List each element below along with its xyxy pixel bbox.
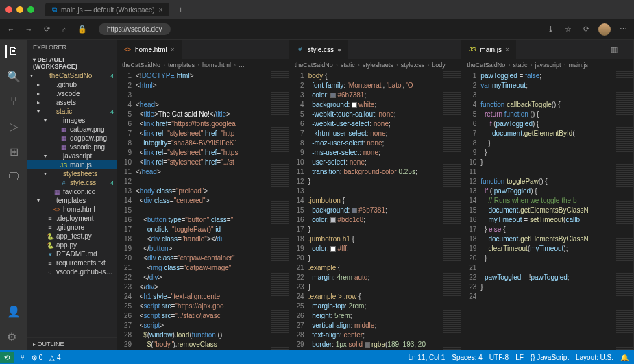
status-errors[interactable]: ⊗ 0 (32, 354, 42, 361)
tree-item[interactable]: 🐍app.py (27, 241, 117, 250)
tree-item[interactable]: #style.css4 (27, 178, 117, 187)
code-editor[interactable]: 1234567891011121314151617181920212223242… (289, 71, 461, 350)
crumb[interactable]: theCatSaidNo (295, 62, 333, 69)
status-cursor[interactable]: Ln 11, Col 1 (408, 354, 445, 361)
code-editor[interactable]: 1234567891011121314151617181920212223242… (117, 71, 289, 350)
tree-item[interactable]: 🐍app_test.py (27, 232, 117, 241)
url-bar[interactable]: https://vscode.dev (99, 23, 171, 35)
editor-tab[interactable]: <>home.html× (117, 40, 182, 59)
tree-item[interactable]: ▾README.md (27, 250, 117, 258)
file-name: app.py (56, 241, 114, 249)
home-icon[interactable]: ⌂ (59, 25, 70, 34)
avatar[interactable] (598, 23, 611, 36)
status-eol[interactable]: LF (515, 354, 524, 361)
tree-item[interactable]: <>home.html (27, 205, 117, 214)
status-warnings[interactable]: △ 4 (49, 354, 60, 361)
close-icon[interactable]: × (171, 46, 175, 53)
minimap[interactable] (443, 71, 461, 350)
status-branch[interactable]: ⑂ (21, 354, 25, 361)
code-lines[interactable]: body { font-family: 'Montserrat', 'Lato'… (308, 71, 444, 350)
extensions-icon[interactable]: ⊞ (10, 145, 19, 158)
breadcrumbs[interactable]: theCatSaidNo›templates›home.html›… (117, 59, 289, 71)
outline-section[interactable]: ▸ Outline (27, 337, 117, 350)
search-icon[interactable]: 🔍 (7, 70, 21, 83)
file-icon: ≡ (46, 215, 54, 222)
split-icon[interactable]: ▥ (611, 45, 618, 54)
breadcrumbs[interactable]: theCatSaidNo›static›stylesheets›style.cs… (289, 59, 461, 71)
sync-icon[interactable]: ⟳ (581, 25, 592, 34)
source-control-icon[interactable]: ⑂ (10, 95, 17, 108)
more-icon[interactable]: ⋯ (277, 45, 284, 54)
workspace-title[interactable]: ▾ DEFAULT (WORKSPACE) (27, 55, 117, 71)
status-encoding[interactable]: UTF-8 (489, 354, 509, 361)
download-icon[interactable]: ⤓ (545, 25, 556, 34)
more-icon[interactable]: ⋯ (449, 45, 456, 54)
crumb[interactable]: javascript (535, 62, 561, 69)
minimap[interactable] (616, 71, 633, 350)
new-tab-button[interactable]: + (178, 4, 183, 15)
crumb[interactable]: theCatSaidNo (467, 62, 505, 69)
tree-item[interactable]: ▸assets (27, 98, 117, 107)
minimap[interactable] (271, 71, 289, 350)
status-bell-icon[interactable]: 🔔 (620, 354, 629, 361)
crumb[interactable]: static (513, 62, 527, 69)
tree-item[interactable]: ▸.vscode (27, 89, 117, 98)
tree-item[interactable]: ▾theCatSaidNo4 (27, 71, 117, 80)
debug-icon[interactable]: ▷ (10, 120, 18, 133)
code-editor[interactable]: 123456789101112131415161718192021222324p… (461, 71, 633, 350)
crumb[interactable]: style.css (401, 62, 425, 69)
back-icon[interactable]: ← (5, 25, 16, 34)
tree-item[interactable]: ≡.gitignore (27, 223, 117, 232)
crumb[interactable]: theCatSaidNo (122, 62, 160, 69)
crumb[interactable]: main.js (568, 62, 588, 69)
refresh-icon[interactable]: ⟳ (41, 25, 52, 34)
maximize-window[interactable] (27, 6, 34, 13)
editor-tab[interactable]: #style.css● (289, 40, 349, 59)
tree-item[interactable]: ▦vscode.png (27, 143, 117, 151)
status-spaces[interactable]: Spaces: 4 (452, 354, 482, 361)
crumb[interactable]: static (341, 62, 355, 69)
tree-item[interactable]: ▾stylesheets (27, 169, 117, 178)
crumb[interactable]: templates (168, 62, 195, 69)
crumb[interactable]: body (432, 62, 446, 69)
tree-item[interactable]: JSmain.js (27, 160, 117, 169)
crumb[interactable]: home.html (202, 62, 231, 69)
crumb[interactable]: stylesheets (363, 62, 393, 69)
remote-icon[interactable]: 🖵 (8, 171, 19, 183)
file-icon: JS (60, 162, 68, 169)
forward-icon[interactable]: → (23, 25, 34, 34)
tree-item[interactable]: ○vscode.github-issues (27, 267, 117, 276)
star-icon[interactable]: ☆ (563, 25, 574, 34)
account-icon[interactable]: 👤 (7, 305, 21, 318)
close-icon[interactable]: × (505, 46, 509, 53)
dirty-icon[interactable]: ● (337, 46, 341, 53)
tree-item[interactable]: ≡requirements.txt (27, 258, 117, 267)
tree-item[interactable]: ▾templates (27, 196, 117, 205)
breadcrumbs[interactable]: theCatSaidNo›static›javascript›main.js (461, 59, 633, 71)
status-remote[interactable]: ⟲ (0, 352, 14, 363)
file-name: stylesheets (63, 170, 114, 178)
code-lines[interactable]: pawToggled = false;var myTimeout; functi… (480, 71, 616, 350)
menu-icon[interactable]: ⋯ (618, 25, 629, 34)
minimize-window[interactable] (16, 6, 23, 13)
tree-item[interactable]: ▾static4 (27, 107, 117, 116)
more-icon[interactable]: ⋯ (622, 45, 629, 54)
explorer-icon[interactable]: 🗎 (5, 45, 19, 58)
close-window[interactable] (5, 6, 12, 13)
tree-item[interactable]: ▾javascript (27, 151, 117, 160)
status-language[interactable]: {} JavaScript (531, 354, 569, 361)
gear-icon[interactable]: ⚙ (7, 330, 21, 343)
crumb[interactable]: … (239, 62, 245, 69)
tree-item[interactable]: ▾images (27, 116, 117, 125)
tree-item[interactable]: ▦catpaw.png (27, 125, 117, 134)
status-layout[interactable]: Layout: U.S. (576, 354, 613, 361)
tree-item[interactable]: ≡.deployment (27, 214, 117, 223)
tree-item[interactable]: ▸.github (27, 80, 117, 89)
browser-tab[interactable]: ⧉ main.js — default (Workspace) × (45, 3, 169, 16)
editor-tab[interactable]: JSmain.js× (461, 40, 517, 59)
close-tab-icon[interactable]: × (159, 6, 163, 14)
code-lines[interactable]: <!DOCTYPE html><html> <head> <title>The … (136, 71, 271, 350)
tree-item[interactable]: ▦dogpaw.png (27, 134, 117, 143)
sidebar-more-icon[interactable]: ⋯ (105, 44, 111, 51)
tree-item[interactable]: ▦favicon.ico (27, 187, 117, 196)
